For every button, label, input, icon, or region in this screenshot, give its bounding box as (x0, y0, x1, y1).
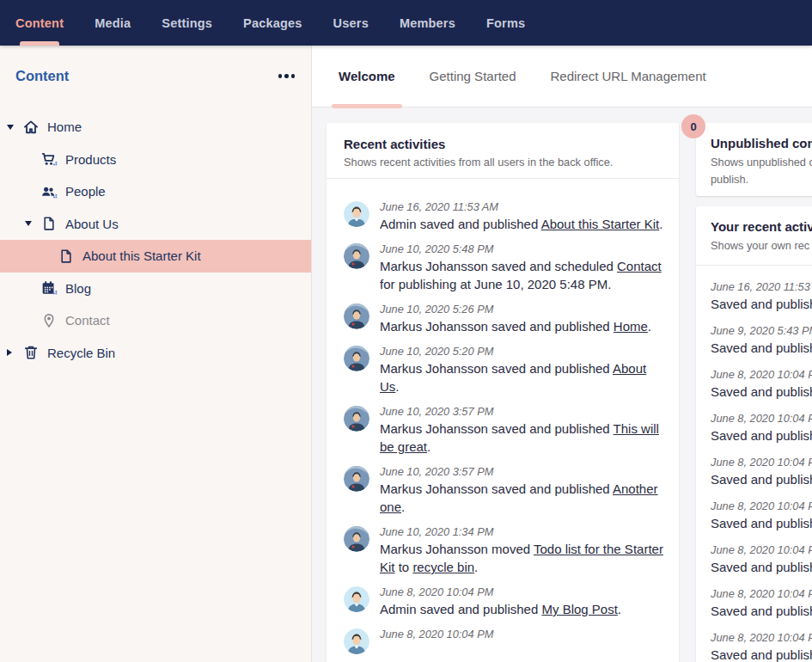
card-subtitle-line: Shows unpublished c (711, 154, 812, 171)
activity-text: Saved and publish (711, 514, 812, 532)
tab-getting-started[interactable]: Getting Started (412, 46, 534, 107)
tab-welcome[interactable]: Welcome (321, 46, 412, 107)
caret-right-icon[interactable] (7, 349, 21, 356)
people-icon (40, 183, 58, 200)
activity-date: June 16, 2020 11:53 A (711, 279, 812, 295)
tree-item-label: Blog (65, 281, 91, 296)
card-title: Your recent activi (711, 219, 812, 234)
tree-item-about-us[interactable]: About Us (0, 208, 311, 241)
content-link[interactable]: My Blog Post (541, 602, 617, 616)
content-link[interactable]: Home (614, 319, 648, 334)
right-column: 0 Unpublished cont Shows unpublished c p… (696, 123, 812, 662)
tree-item-home[interactable]: Home (0, 111, 311, 144)
tree-item-about-this-starter-kit[interactable]: About this Starter Kit (0, 240, 311, 273)
tree-item-label: About this Starter Kit (82, 248, 201, 263)
activity-date: June 8, 2020 10:04 PM (380, 585, 663, 599)
activity-text: Saved and publish (711, 295, 812, 313)
activity-date: June 8, 2020 10:04 PM (711, 367, 812, 383)
activity-text: Admin saved and published About this Sta… (380, 215, 663, 233)
user-avatar (344, 303, 369, 329)
activity-date: June 8, 2020 10:04 PM (711, 411, 812, 426)
tree-item-recycle-bin[interactable]: Recycle Bin (0, 337, 311, 370)
content-link[interactable]: About Us (380, 361, 646, 394)
activity-text: Saved and publish (711, 426, 812, 444)
activity-text: Markus Johansson moved Todo list for the… (380, 540, 663, 576)
activity-date: June 8, 2020 10:04 PM (711, 455, 812, 470)
activity-list: June 16, 2020 11:53 AMAdmin saved and pu… (327, 179, 679, 654)
content-link[interactable]: Contact (617, 259, 662, 273)
activity-date: June 10, 2020 5:48 PM (380, 242, 663, 256)
user-avatar (344, 346, 369, 371)
your-activity-entry: June 8, 2020 10:04 PMSaved and publish (711, 586, 812, 620)
tree-item-contact[interactable]: Contact (0, 304, 311, 337)
activity-text: Markus Johansson saved and published Hom… (380, 317, 663, 335)
ellipsis-icon[interactable] (277, 69, 297, 83)
activity-body: June 10, 2020 1:34 PMMarkus Johansson mo… (380, 524, 663, 576)
activity-date: June 10, 2020 5:26 PM (380, 302, 663, 316)
calendar-icon (40, 279, 58, 297)
user-avatar (344, 406, 369, 432)
card-title: Recent activities (344, 137, 662, 151)
your-activity-entry: June 9, 2020 5:43 PMSaved and publish (711, 323, 812, 357)
your-recent-activities-card: Your recent activi Shows your own rec Ju… (696, 206, 812, 662)
activity-body: June 8, 2020 10:04 PMAdmin saved and pub… (380, 585, 663, 618)
tree-item-products[interactable]: Products (0, 144, 311, 176)
document-icon (40, 215, 58, 232)
user-avatar (344, 586, 369, 612)
activity-entry: June 8, 2020 10:04 PM (344, 627, 663, 654)
nav-item-forms[interactable]: Forms (471, 0, 540, 46)
your-activity-entry: June 16, 2020 11:53 ASaved and publish (711, 279, 812, 313)
activity-date: June 9, 2020 5:43 PM (711, 323, 812, 339)
nav-item-content[interactable]: Content (0, 0, 79, 46)
activity-text: Admin saved and published My Blog Post. (380, 600, 663, 618)
sidebar-header: Content (0, 46, 311, 107)
content-link[interactable]: Another one (380, 481, 658, 514)
activity-text: Markus Johansson saved and published Thi… (380, 420, 663, 456)
activity-entry: June 10, 2020 3:57 PMMarkus Johansson sa… (344, 404, 663, 456)
user-avatar (344, 201, 369, 227)
tree-item-blog[interactable]: Blog (0, 273, 311, 305)
your-activity-list: June 16, 2020 11:53 ASaved and publishJu… (696, 266, 812, 662)
activity-text: Markus Johansson saved and published Ano… (380, 480, 663, 516)
tree-item-label: Recycle Bin (47, 346, 115, 360)
trash-icon (21, 344, 40, 361)
top-navigation: ContentMediaSettingsPackagesUsersMembers… (0, 0, 812, 46)
activity-body: June 10, 2020 5:20 PMMarkus Johansson sa… (380, 344, 663, 395)
activity-date: June 10, 2020 3:57 PM (380, 464, 663, 479)
your-activity-entry: June 8, 2020 10:04 PMSaved and publish (711, 630, 812, 662)
caret-down-icon[interactable] (25, 221, 40, 226)
tab-redirect-url-management[interactable]: Redirect URL Management (534, 46, 723, 107)
content-link[interactable]: recycle bin (412, 560, 474, 574)
activity-text: Saved and publish (711, 602, 812, 620)
content-link[interactable]: This will be great (380, 421, 659, 454)
activity-date: June 10, 2020 5:20 PM (380, 344, 663, 359)
tree-item-people[interactable]: People (0, 175, 311, 208)
activity-text: Markus Johansson saved and published Abo… (380, 359, 663, 395)
card-subtitle-line: publish. (711, 171, 812, 188)
activity-text: Saved and publish (711, 383, 812, 401)
activity-text: Saved and publish (711, 558, 812, 576)
card-header: Recent activities Shows recent activitie… (327, 123, 679, 179)
nav-item-settings[interactable]: Settings (146, 0, 228, 46)
home-icon (21, 119, 40, 136)
map-pin-icon (40, 312, 58, 329)
tree-item-label: Products (65, 152, 116, 167)
nav-item-users[interactable]: Users (318, 0, 384, 46)
activity-date: June 8, 2020 10:04 PM (711, 586, 812, 602)
nav-item-members[interactable]: Members (384, 0, 471, 46)
nav-item-packages[interactable]: Packages (228, 0, 318, 46)
your-activity-entry: June 8, 2020 10:04 PMSaved and publish (711, 411, 812, 444)
content-sidebar: Content HomeProductsPeopleAbout UsAbout … (0, 46, 312, 662)
tree-item-label: Home (47, 120, 82, 134)
activity-entry: June 16, 2020 11:53 AMAdmin saved and pu… (344, 199, 663, 233)
cart-icon (40, 150, 58, 168)
content-link[interactable]: About this Starter Kit (541, 217, 660, 231)
caret-down-icon[interactable] (7, 125, 21, 130)
your-activity-entry: June 8, 2020 10:04 PMSaved and publish (711, 367, 812, 401)
activity-date: June 8, 2020 10:04 PM (711, 542, 812, 558)
activity-entry: June 10, 2020 3:57 PMMarkus Johansson sa… (344, 464, 663, 516)
nav-item-media[interactable]: Media (79, 0, 146, 46)
activity-body: June 10, 2020 5:48 PMMarkus Johansson sa… (380, 242, 663, 293)
activity-date: June 10, 2020 3:57 PM (380, 404, 663, 419)
user-avatar (344, 628, 369, 654)
